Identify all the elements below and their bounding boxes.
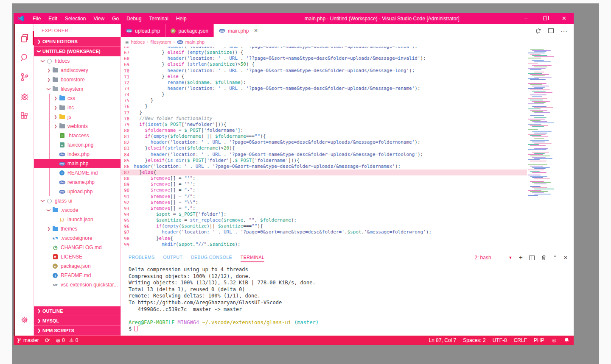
notifications-bell[interactable] (564, 337, 569, 343)
cursor-position[interactable]: Ln 87, Col 7 (429, 337, 457, 343)
code-line-81[interactable]: 81 if(empty($foldername) || $foldername=… (121, 133, 527, 139)
breadcrumb-item[interactable]: filesystem (151, 39, 171, 44)
menu-go[interactable]: Go (108, 13, 123, 24)
tree-item-index-php[interactable]: phpindex.php (34, 150, 121, 159)
code-line-73[interactable]: 73 header('location: ' . URL . '?page=0&… (121, 86, 527, 92)
panel-tab-output[interactable]: OUTPUT (163, 253, 183, 262)
tab-upload.php[interactable]: phpupload.php (121, 24, 165, 37)
code-line-78[interactable]: 78 //New folder functionality (121, 116, 527, 122)
code-line-75[interactable]: 75 } (121, 97, 527, 103)
activity-explorer-button[interactable] (15, 28, 34, 48)
close-button[interactable]: ✕ (555, 13, 574, 24)
code-editor[interactable]: 66 header('location: ' . URL . '?page=0&… (121, 47, 574, 251)
tree-item--vscodeignore[interactable]: ◣◥.vscodeignore (34, 233, 121, 243)
tree-item-htdocs[interactable]: ❯htdocs (34, 56, 121, 66)
tree-item-upload-php[interactable]: phpupload.php (34, 187, 121, 196)
tree-item--htaccess[interactable]: ●.htaccess (34, 131, 121, 140)
tree-item-boomstore[interactable]: ❯boomstore (34, 75, 121, 84)
terminal-dropdown-icon[interactable]: ▼ (509, 256, 513, 260)
menu-edit[interactable]: Edit (45, 13, 61, 24)
code-line-68[interactable]: 68 header('location: ' . URL . '??page=0… (121, 56, 527, 61)
tree-item-package-json[interactable]: npackage.json (34, 261, 121, 271)
tree-item-artdiscovery[interactable]: ❯artdiscovery (34, 66, 121, 75)
kill-terminal-trash-icon[interactable] (541, 255, 547, 261)
code-line-95[interactable]: 95 $sanitize = str_replace($remove, "", … (121, 217, 527, 223)
code-line-93[interactable]: 93 $remove[] = "."; (121, 206, 527, 211)
settings-gear-button[interactable] (15, 310, 34, 330)
split-editor-icon[interactable] (548, 28, 554, 33)
code-line-82[interactable]: 82 header('location: ' . URL . '?page=0&… (121, 139, 527, 145)
activity-search-button[interactable] (15, 48, 34, 67)
code-line-99[interactable]: 99 mkdir($spot."//".$sanitize); (121, 242, 527, 247)
tree-item-license[interactable]: ★LICENSE (34, 252, 121, 261)
code-line-69[interactable]: 69 } elseif (strlen($sanitize)>50) { (121, 61, 527, 67)
maximize-panel-icon[interactable]: ⌃ (553, 255, 557, 261)
panel-tab-debug-console[interactable]: DEBUG CONSOLE (191, 253, 232, 262)
eol-setting[interactable]: CRLF (514, 337, 527, 343)
menu-selection[interactable]: Selection (61, 13, 90, 24)
git-branch-status[interactable]: master (17, 337, 39, 343)
error-count[interactable]: ⊗ 0 ⚠ 0 (56, 337, 78, 344)
minimize-button[interactable]: – (516, 13, 535, 24)
split-terminal-icon[interactable] (529, 256, 535, 260)
code-line-83[interactable]: 83 }elseif(strlen($foldername)>20){ (121, 145, 527, 151)
tree-item-glass-ui[interactable]: ❯glass-ui (34, 196, 121, 206)
sidebar-section-mysql[interactable]: ❯MYSQL (34, 316, 121, 326)
code-line-87[interactable]: 87 }else{ (121, 169, 527, 175)
menu-terminal[interactable]: Terminal (146, 13, 172, 24)
code-line-97[interactable]: 97 header('location: ' . URL . '?page=0&… (121, 229, 527, 235)
terminal-input-line[interactable]: $ (129, 326, 574, 333)
close-panel-icon[interactable]: ✕ (563, 255, 568, 261)
panel-tab-terminal[interactable]: TERMINAL (241, 253, 264, 262)
tree-item-readme-md[interactable]: iREADME.md (34, 271, 121, 280)
more-actions-icon[interactable]: ··· (561, 28, 568, 34)
feedback-smiley-icon[interactable]: ☺ (551, 337, 557, 344)
breadcrumb-item[interactable]: main.php (185, 39, 205, 44)
workspace-section[interactable]: ❯ UNTITLED (WORKSPACE) (34, 47, 121, 56)
tree-item-readme-md[interactable]: iREADME.md (34, 168, 121, 178)
tree-item-launch-json[interactable]: {.}launch.json (34, 215, 121, 224)
code-line-90[interactable]: 90 $remove[] = "-"; (121, 187, 527, 193)
code-line-79[interactable]: 79 if(isset($_POST['newfolder'])){ (121, 122, 527, 128)
tree-item-inc[interactable]: ❯inc (34, 103, 121, 112)
new-terminal-icon[interactable]: + (519, 254, 523, 261)
code-line-89[interactable]: 89 $remove[] = '"'; (121, 181, 527, 187)
code-line-91[interactable]: 91 $remove[] = "/"; (121, 194, 527, 200)
code-line-70[interactable]: 70 header('location: ' . URL . '?page=0&… (121, 68, 527, 74)
activity-source-control-button[interactable] (15, 67, 34, 87)
code-line-74[interactable]: 74 } (121, 92, 527, 97)
code-line-96[interactable]: 96 if(empty($sanitize)|| $sanitize==="")… (121, 223, 527, 229)
sidebar-section-npm-scripts[interactable]: ❯NPM SCRIPTS (34, 326, 121, 336)
language-mode[interactable]: PHP (534, 337, 544, 343)
tab-main.php[interactable]: phpmain.php✕ (214, 24, 263, 37)
encoding-setting[interactable]: UTF-8 (493, 337, 507, 343)
tree-item-changelog-md[interactable]: ◷CHANGELOG.md (34, 243, 121, 252)
terminal-selector[interactable]: 2: bash (474, 255, 491, 261)
tab-package.json[interactable]: npackage.json (165, 24, 214, 37)
code-line-71[interactable]: 71 } else { (121, 74, 527, 80)
code-line-80[interactable]: 80 $foldername = $_POST['foldername']; (121, 128, 527, 133)
code-line-92[interactable]: 92 $remove[] = "\\"; (121, 200, 527, 206)
open-changes-icon[interactable] (535, 28, 541, 34)
tree-item-rename-php[interactable]: phprename.php (34, 178, 121, 187)
tree-item-js[interactable]: ❯js (34, 112, 121, 122)
menu-view[interactable]: View (90, 13, 108, 24)
code-line-86[interactable]: 86header('location: ' . URL . '?page=0&s… (121, 164, 527, 169)
open-editors-section[interactable]: ❯ OPEN EDITORS (34, 37, 121, 47)
code-line-98[interactable]: 98 }else{ (121, 236, 527, 242)
code-line-76[interactable]: 76 } (121, 103, 527, 109)
menu-debug[interactable]: Debug (123, 13, 145, 24)
code-line-94[interactable]: 94 $spot = $_POST['folder']; (121, 211, 527, 217)
code-line-88[interactable]: 88 $remove[] = "'"; (121, 175, 527, 181)
tree-item-filesystem[interactable]: ❯filesystem (34, 84, 121, 94)
code-line-66[interactable]: 66 header('location: ' . URL . '?page=0&… (121, 47, 527, 50)
code-line-72[interactable]: 72 rename($oldname, $fullname); (121, 80, 527, 86)
code-line-84[interactable]: 84 header('location: ' . URL . '?page=0&… (121, 152, 527, 158)
menu-file[interactable]: File (29, 13, 45, 24)
tree-item-vsc-extension-quickstar-[interactable]: M▾vsc-extension-quickstar... (34, 280, 121, 289)
sidebar-section-outline[interactable]: ❯OUTLINE (34, 306, 121, 316)
tree-item-css[interactable]: ❯css (34, 94, 121, 103)
code-line-85[interactable]: 85 }elseif(is_dir($_POST['folder'].$_POS… (121, 158, 527, 164)
menu-help[interactable]: Help (172, 13, 191, 24)
tree-item--vscode[interactable]: ❯.vscode (34, 206, 121, 215)
